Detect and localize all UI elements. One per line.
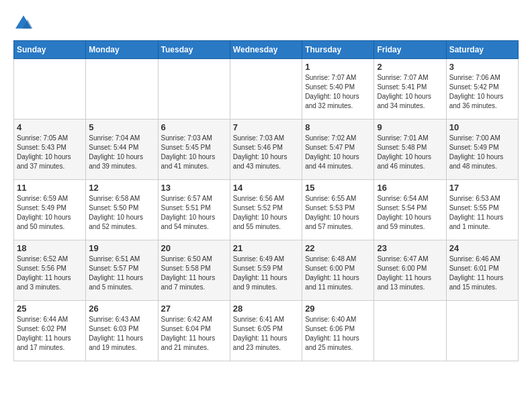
calendar-cell: 11Sunrise: 6:59 AM Sunset: 5:49 PM Dayli… <box>14 180 86 240</box>
day-info: Sunrise: 6:55 AM Sunset: 5:53 PM Dayligh… <box>305 194 371 232</box>
day-info: Sunrise: 6:43 AM Sunset: 6:03 PM Dayligh… <box>89 315 154 353</box>
calendar-cell <box>446 301 518 361</box>
calendar-cell: 14Sunrise: 6:56 AM Sunset: 5:52 PM Dayli… <box>230 180 302 240</box>
day-info: Sunrise: 7:03 AM Sunset: 5:45 PM Dayligh… <box>161 134 227 171</box>
day-info: Sunrise: 6:58 AM Sunset: 5:50 PM Dayligh… <box>89 194 154 232</box>
day-number: 14 <box>233 183 299 193</box>
logo-icon <box>13 13 34 34</box>
day-number: 5 <box>89 122 154 132</box>
calendar-cell: 5Sunrise: 7:04 AM Sunset: 5:44 PM Daylig… <box>86 120 158 180</box>
calendar-cell: 6Sunrise: 7:03 AM Sunset: 5:45 PM Daylig… <box>158 120 230 180</box>
day-number: 18 <box>17 243 83 253</box>
calendar-cell: 24Sunrise: 6:46 AM Sunset: 6:01 PM Dayli… <box>446 240 518 301</box>
calendar-cell: 10Sunrise: 7:00 AM Sunset: 5:49 PM Dayli… <box>446 120 518 180</box>
day-info: Sunrise: 7:06 AM Sunset: 5:42 PM Dayligh… <box>449 73 515 111</box>
calendar-cell <box>14 59 86 120</box>
day-number: 4 <box>17 122 83 132</box>
logo <box>13 13 36 34</box>
calendar-cell: 4Sunrise: 7:05 AM Sunset: 5:43 PM Daylig… <box>14 120 86 180</box>
day-info: Sunrise: 6:53 AM Sunset: 5:55 PM Dayligh… <box>449 194 515 232</box>
calendar-header-monday: Monday <box>86 41 158 59</box>
calendar-cell: 17Sunrise: 6:53 AM Sunset: 5:55 PM Dayli… <box>446 180 518 240</box>
day-info: Sunrise: 6:47 AM Sunset: 6:00 PM Dayligh… <box>377 255 443 292</box>
calendar-cell: 25Sunrise: 6:44 AM Sunset: 6:02 PM Dayli… <box>14 301 86 361</box>
header <box>13 13 519 34</box>
calendar-cell: 16Sunrise: 6:54 AM Sunset: 5:54 PM Dayli… <box>374 180 446 240</box>
calendar-cell <box>86 59 158 120</box>
calendar-header-wednesday: Wednesday <box>230 41 302 59</box>
day-info: Sunrise: 6:52 AM Sunset: 5:56 PM Dayligh… <box>17 255 83 292</box>
day-number: 29 <box>305 304 371 314</box>
day-number: 24 <box>449 243 515 253</box>
calendar-week-row: 25Sunrise: 6:44 AM Sunset: 6:02 PM Dayli… <box>14 301 519 361</box>
day-info: Sunrise: 6:48 AM Sunset: 6:00 PM Dayligh… <box>305 255 371 292</box>
calendar-cell: 21Sunrise: 6:49 AM Sunset: 5:59 PM Dayli… <box>230 240 302 301</box>
day-number: 17 <box>449 183 515 193</box>
day-info: Sunrise: 6:41 AM Sunset: 6:05 PM Dayligh… <box>233 315 299 353</box>
day-info: Sunrise: 6:54 AM Sunset: 5:54 PM Dayligh… <box>377 194 443 232</box>
day-number: 9 <box>377 122 443 132</box>
day-number: 13 <box>161 183 227 193</box>
calendar-cell: 1Sunrise: 7:07 AM Sunset: 5:40 PM Daylig… <box>302 59 374 120</box>
calendar-cell: 19Sunrise: 6:51 AM Sunset: 5:57 PM Dayli… <box>86 240 158 301</box>
calendar-header-row: SundayMondayTuesdayWednesdayThursdayFrid… <box>14 41 519 59</box>
day-number: 1 <box>305 62 371 72</box>
day-number: 26 <box>89 304 154 314</box>
calendar-week-row: 4Sunrise: 7:05 AM Sunset: 5:43 PM Daylig… <box>14 120 519 180</box>
day-number: 6 <box>161 122 227 132</box>
day-info: Sunrise: 7:07 AM Sunset: 5:40 PM Dayligh… <box>305 73 371 111</box>
day-number: 27 <box>161 304 227 314</box>
calendar-week-row: 1Sunrise: 7:07 AM Sunset: 5:40 PM Daylig… <box>14 59 519 120</box>
day-info: Sunrise: 6:59 AM Sunset: 5:49 PM Dayligh… <box>17 194 83 232</box>
day-info: Sunrise: 6:46 AM Sunset: 6:01 PM Dayligh… <box>449 255 515 292</box>
calendar-cell: 7Sunrise: 7:03 AM Sunset: 5:46 PM Daylig… <box>230 120 302 180</box>
calendar-week-row: 11Sunrise: 6:59 AM Sunset: 5:49 PM Dayli… <box>14 180 519 240</box>
calendar-header-thursday: Thursday <box>302 41 374 59</box>
calendar-cell: 8Sunrise: 7:02 AM Sunset: 5:47 PM Daylig… <box>302 120 374 180</box>
calendar-cell: 20Sunrise: 6:50 AM Sunset: 5:58 PM Dayli… <box>158 240 230 301</box>
day-info: Sunrise: 6:40 AM Sunset: 6:06 PM Dayligh… <box>305 315 371 353</box>
day-info: Sunrise: 6:44 AM Sunset: 6:02 PM Dayligh… <box>17 315 83 353</box>
calendar-cell: 12Sunrise: 6:58 AM Sunset: 5:50 PM Dayli… <box>86 180 158 240</box>
calendar-cell: 28Sunrise: 6:41 AM Sunset: 6:05 PM Dayli… <box>230 301 302 361</box>
calendar-cell: 23Sunrise: 6:47 AM Sunset: 6:00 PM Dayli… <box>374 240 446 301</box>
day-info: Sunrise: 7:00 AM Sunset: 5:49 PM Dayligh… <box>449 134 515 171</box>
day-number: 28 <box>233 304 299 314</box>
day-info: Sunrise: 6:57 AM Sunset: 5:51 PM Dayligh… <box>161 194 227 232</box>
day-info: Sunrise: 7:05 AM Sunset: 5:43 PM Dayligh… <box>17 134 83 171</box>
day-info: Sunrise: 6:49 AM Sunset: 5:59 PM Dayligh… <box>233 255 299 292</box>
calendar-cell: 2Sunrise: 7:07 AM Sunset: 5:41 PM Daylig… <box>374 59 446 120</box>
calendar-cell <box>230 59 302 120</box>
day-number: 8 <box>305 122 371 132</box>
calendar-header-friday: Friday <box>374 41 446 59</box>
calendar-table: SundayMondayTuesdayWednesdayThursdayFrid… <box>13 40 519 361</box>
calendar-cell: 18Sunrise: 6:52 AM Sunset: 5:56 PM Dayli… <box>14 240 86 301</box>
day-info: Sunrise: 6:50 AM Sunset: 5:58 PM Dayligh… <box>161 255 227 292</box>
calendar-week-row: 18Sunrise: 6:52 AM Sunset: 5:56 PM Dayli… <box>14 240 519 301</box>
day-number: 20 <box>161 243 227 253</box>
calendar-cell <box>158 59 230 120</box>
calendar-cell: 13Sunrise: 6:57 AM Sunset: 5:51 PM Dayli… <box>158 180 230 240</box>
calendar-cell: 29Sunrise: 6:40 AM Sunset: 6:06 PM Dayli… <box>302 301 374 361</box>
day-info: Sunrise: 6:42 AM Sunset: 6:04 PM Dayligh… <box>161 315 227 353</box>
day-number: 11 <box>17 183 83 193</box>
day-number: 15 <box>305 183 371 193</box>
calendar-cell: 9Sunrise: 7:01 AM Sunset: 5:48 PM Daylig… <box>374 120 446 180</box>
day-number: 25 <box>17 304 83 314</box>
day-info: Sunrise: 7:01 AM Sunset: 5:48 PM Dayligh… <box>377 134 443 171</box>
calendar-cell: 27Sunrise: 6:42 AM Sunset: 6:04 PM Dayli… <box>158 301 230 361</box>
day-number: 7 <box>233 122 299 132</box>
day-info: Sunrise: 7:07 AM Sunset: 5:41 PM Dayligh… <box>377 73 443 111</box>
calendar-cell: 22Sunrise: 6:48 AM Sunset: 6:00 PM Dayli… <box>302 240 374 301</box>
day-number: 22 <box>305 243 371 253</box>
calendar-cell <box>374 301 446 361</box>
day-number: 23 <box>377 243 443 253</box>
calendar-header-tuesday: Tuesday <box>158 41 230 59</box>
day-info: Sunrise: 6:51 AM Sunset: 5:57 PM Dayligh… <box>89 255 154 292</box>
day-number: 10 <box>449 122 515 132</box>
day-info: Sunrise: 7:02 AM Sunset: 5:47 PM Dayligh… <box>305 134 371 171</box>
calendar-header-saturday: Saturday <box>446 41 518 59</box>
day-number: 12 <box>89 183 154 193</box>
day-number: 19 <box>89 243 154 253</box>
day-number: 21 <box>233 243 299 253</box>
